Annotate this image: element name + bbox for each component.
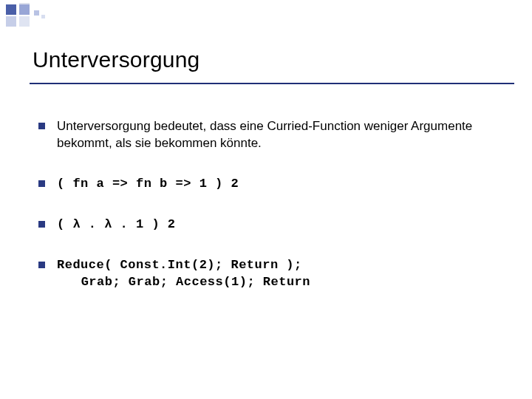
bullet-code-line1: Reduce( Const.Int(2); Return ); bbox=[57, 258, 302, 272]
bullet-square-icon bbox=[38, 180, 45, 187]
title-underline bbox=[30, 83, 514, 84]
bullet-code-text: Reduce( Const.Int(2); Return ); Grab; Gr… bbox=[57, 257, 502, 291]
bullet-square-icon bbox=[38, 221, 45, 228]
slide-title: Unterversorgung bbox=[33, 47, 200, 72]
slide-content: Unterversorgung bedeutet, dass eine Curr… bbox=[38, 118, 502, 315]
bullet-code-text: ( λ . λ . 1 ) 2 bbox=[57, 216, 502, 233]
bullet-square-icon bbox=[38, 123, 45, 129]
bullet-item: Unterversorgung bedeutet, dass eine Curr… bbox=[38, 118, 502, 152]
bullet-code-text: ( fn a => fn b => 1 ) 2 bbox=[57, 176, 502, 193]
bullet-code-line2: Grab; Grab; Access(1); Return bbox=[57, 274, 502, 291]
bullet-text: Unterversorgung bedeutet, dass eine Curr… bbox=[57, 118, 502, 152]
bullet-item: Reduce( Const.Int(2); Return ); Grab; Gr… bbox=[38, 257, 502, 291]
slide: Unterversorgung Unterversorgung bedeutet… bbox=[0, 0, 532, 399]
corner-decoration bbox=[0, 0, 66, 27]
bullet-item: ( λ . λ . 1 ) 2 bbox=[38, 216, 502, 233]
bullet-square-icon bbox=[38, 262, 45, 268]
bullet-item: ( fn a => fn b => 1 ) 2 bbox=[38, 176, 502, 193]
